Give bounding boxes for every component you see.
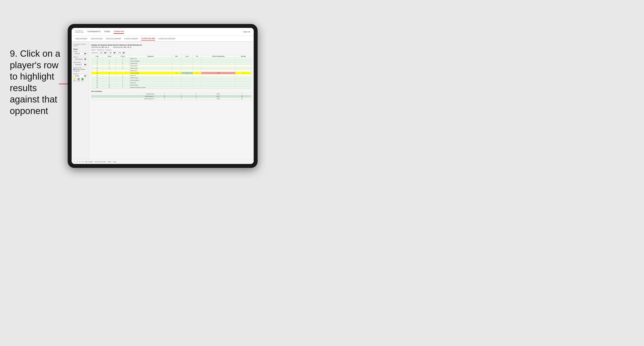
opponent-view-label: Opponent view bbox=[73, 67, 87, 68]
redo-btn[interactable]: ↻ bbox=[77, 161, 78, 163]
main-content: Last Updated: 27/03/2024 16:55:38 Player… bbox=[72, 42, 254, 159]
table-row[interactable]: 31Esther Lee bbox=[92, 58, 252, 60]
subnav-player-h2h-grid[interactable]: PLAYER H2H GRID bbox=[141, 37, 155, 40]
subnav-team-summary[interactable]: TEAM SUMMARY bbox=[75, 37, 88, 40]
table-row[interactable]: 131Jessica Huang010-3.002 bbox=[92, 72, 252, 74]
opponent-view-group: Opponent view Opponents Played Top 100 bbox=[73, 67, 87, 72]
instruction-text: 9. Click on a player's row to highlight … bbox=[10, 48, 62, 117]
player-rank-select[interactable]: 8. Katelyn Vo bbox=[73, 63, 87, 66]
dot-level bbox=[78, 78, 80, 80]
dot-down-label: Down bbox=[73, 80, 76, 82]
player-rank-label: Player (Rank) bbox=[73, 62, 87, 63]
nav-bar: SCOREBOARD Powered by clippi TOURNAMENTS… bbox=[72, 28, 254, 36]
filter-conference: Conference bbox=[97, 49, 104, 51]
forward-btn[interactable]: ⟳ bbox=[80, 161, 80, 163]
save-custom-btn[interactable]: Save Custom View bbox=[95, 161, 106, 163]
grid-area: Katelyn Vo Head-to-Head Grid for Women's… bbox=[89, 42, 254, 159]
table-row[interactable]: 1691Jessica Mason bbox=[92, 79, 252, 82]
colour-by-label: Colour by bbox=[73, 73, 87, 74]
colour-by-select[interactable]: Win/loss bbox=[73, 75, 87, 77]
table-row[interactable]: 20117Federica Domecq Lacroze bbox=[92, 86, 252, 89]
logo: SCOREBOARD Powered by clippi bbox=[75, 30, 84, 33]
col-tie: Tie bbox=[193, 55, 201, 58]
sidebar-division-field: Division NCAA Division III bbox=[73, 56, 87, 60]
logo-sub: Powered by clippi bbox=[75, 32, 84, 33]
division-label: Division bbox=[73, 56, 87, 58]
opponents-label: Opponents: bbox=[91, 52, 98, 53]
toolbar: ↩ ↻ ⟳ ⧉ View: Original Save Custom View … bbox=[72, 159, 254, 164]
sidebar-player-rank-field: Player (Rank) 8. Katelyn Vo bbox=[73, 62, 87, 66]
table-row[interactable]: 914Sharon Mun bbox=[92, 65, 252, 67]
sidebar-gender-field: Gender Women's bbox=[73, 51, 87, 55]
conference-filter-label: Conference bbox=[97, 49, 104, 51]
opp-select[interactable]: (All) bbox=[117, 51, 126, 54]
table-row[interactable]: 613Sydney Kuo bbox=[92, 62, 252, 65]
subnav-team-h2h-grid[interactable]: TEAM H2H GRID bbox=[90, 37, 102, 40]
colour-dots: Down Level Up bbox=[73, 78, 87, 82]
gender-select[interactable]: Women's bbox=[73, 52, 87, 55]
nav-tournaments[interactable]: TOURNAMENTS bbox=[87, 30, 101, 34]
view-original-btn[interactable]: View: Original bbox=[85, 161, 93, 163]
col-loss: Loss bbox=[182, 55, 193, 58]
dot-down bbox=[73, 78, 76, 80]
table-row[interactable]: 19106Emily Chang bbox=[92, 84, 252, 86]
nav-teams[interactable]: TEAMS bbox=[104, 30, 110, 34]
out-table-row[interactable]: Foreign Team1004.5002 bbox=[92, 93, 252, 95]
subnav-team-h2h-heatmap[interactable]: TEAM H2H HEATMAP bbox=[106, 37, 121, 40]
col-div: # Div bbox=[92, 55, 103, 58]
filter-region: Region bbox=[91, 49, 96, 51]
division-select[interactable]: NCAA Division III bbox=[73, 58, 87, 60]
sidebar: Last Updated: 27/03/2024 16:55:38 Player… bbox=[72, 42, 89, 159]
table-row[interactable]: 522Alexis Sudjianto bbox=[92, 60, 252, 62]
out-table-row[interactable]: NCAA Division 25007.40010 bbox=[92, 98, 252, 100]
dot-up bbox=[82, 78, 84, 80]
col-opponent: Opponent bbox=[130, 55, 172, 58]
region-select[interactable]: (All) bbox=[98, 51, 107, 54]
out-division-table: Foreign Team1004.5002NAIA Division 11500… bbox=[91, 93, 252, 100]
subnav-player-summary[interactable]: PLAYER SUMMARY bbox=[124, 37, 138, 40]
col-win: Win bbox=[172, 55, 182, 58]
table-row[interactable]: 1474Eunice Yi bbox=[92, 74, 252, 77]
undo-btn[interactable]: ↩ bbox=[74, 161, 75, 163]
share-btn[interactable]: Share bbox=[113, 161, 116, 163]
table-row[interactable]: 1063Andrea York bbox=[92, 67, 252, 70]
grid-title: Katelyn Vo Head-to-Head Grid for Women's… bbox=[91, 44, 252, 46]
table-row[interactable]: 1822Euna Lee bbox=[92, 82, 252, 84]
overall-record-label: Overall Record: bbox=[91, 46, 101, 48]
division-record: 331 - 34 - 6 bbox=[124, 46, 131, 48]
out-division-title: Out of division bbox=[91, 90, 252, 92]
opponents-filter-row: Opponents: (All) (All) (All) bbox=[91, 51, 252, 54]
overall-record: 353 - 34 - 6 bbox=[102, 46, 109, 48]
col-conf: # Conf bbox=[116, 55, 130, 58]
region-filter-label: Region bbox=[91, 49, 96, 51]
filter-opponent: Opponent bbox=[106, 49, 111, 51]
table-row[interactable]: 11Haejo Hyun bbox=[92, 70, 252, 72]
division-record-label: Division Record: bbox=[113, 46, 123, 48]
col-rounds: Rounds bbox=[235, 55, 251, 58]
subnav-player-h2h-heatmap[interactable]: PLAYER H2H HEATMAP bbox=[158, 37, 175, 40]
gender-label: Gender bbox=[73, 51, 87, 52]
conf-select[interactable]: (All) bbox=[108, 51, 116, 54]
out-table-row[interactable]: NAIA Division 115009.26730 bbox=[92, 95, 252, 98]
radio-top100[interactable]: Top 100 bbox=[73, 70, 87, 72]
sidebar-player-section: Player bbox=[73, 48, 87, 50]
opponents-group: Opponents: (All) (All) (All) bbox=[91, 51, 126, 54]
sub-nav: TEAM SUMMARY TEAM H2H GRID TEAM H2H HEAT… bbox=[72, 36, 254, 42]
tablet-screen: SCOREBOARD Powered by clippi TOURNAMENTS… bbox=[72, 28, 254, 164]
filter-row: Region Conference Opponent bbox=[91, 49, 252, 51]
grid-subtitle: Overall Record: 353 - 34 - 6 Division Re… bbox=[91, 46, 252, 48]
table-row[interactable]: 1585Stella Chang bbox=[92, 77, 252, 79]
sign-out-button[interactable]: | Sign out bbox=[243, 31, 250, 33]
h2h-table: # Div # Reg # Conf Opponent Win Loss Tie… bbox=[91, 55, 252, 89]
dot-level-label: Level bbox=[78, 80, 80, 82]
radio-opponents-played[interactable]: Opponents Played bbox=[73, 69, 87, 70]
timestamp: Last Updated: 27/03/2024 16:55:38 bbox=[73, 44, 87, 47]
colour-by-section: Colour by Win/loss bbox=[73, 73, 87, 77]
nav-committee[interactable]: COMMITTEE bbox=[114, 30, 124, 34]
col-reg: # Reg bbox=[103, 55, 116, 58]
copy-btn[interactable]: ⧉ bbox=[82, 161, 83, 163]
col-diff: Diff Av Strokes/Rnd bbox=[201, 55, 236, 58]
nav-links: TOURNAMENTS TEAMS COMMITTEE bbox=[87, 30, 243, 34]
watch-btn[interactable]: Watch bbox=[108, 161, 111, 163]
opponent-filter-label: Opponent bbox=[106, 49, 111, 51]
